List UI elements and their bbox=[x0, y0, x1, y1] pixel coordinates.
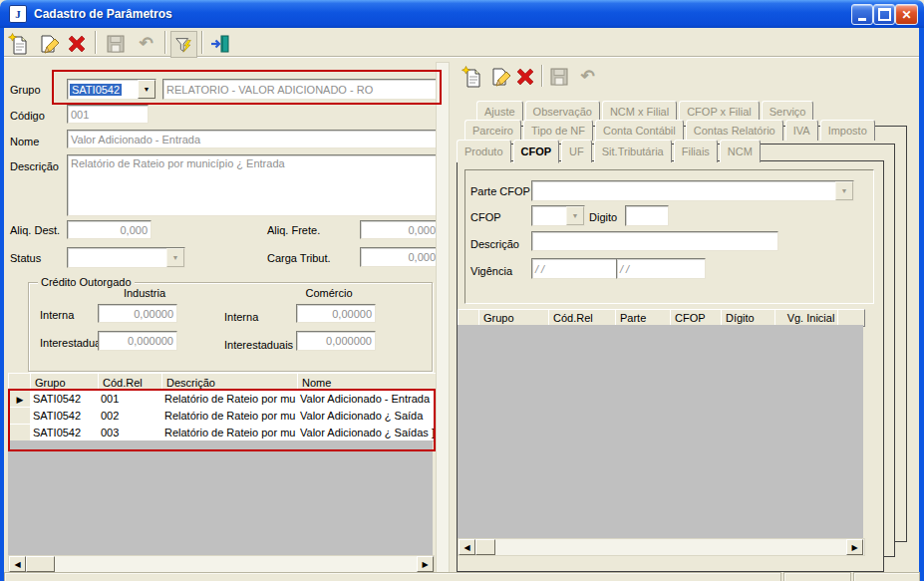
tab-parceiro[interactable]: Parceiro bbox=[464, 120, 521, 141]
delete-record-button[interactable] bbox=[64, 31, 89, 56]
status-value bbox=[68, 248, 166, 267]
tab-produto[interactable]: Produto bbox=[457, 140, 511, 162]
left-grid-cell[interactable]: SATI0542 bbox=[30, 424, 105, 441]
left-panel-vscrollbar[interactable] bbox=[436, 62, 450, 573]
detail-descricao-field[interactable] bbox=[531, 231, 778, 251]
tab-ajuste[interactable]: Ajuste bbox=[476, 101, 523, 121]
grupo-combobox[interactable]: SATI0542 ▼ bbox=[67, 79, 156, 100]
tab-conta-contabil[interactable]: Conta Contábil bbox=[595, 120, 684, 141]
scroll-left-arrow-icon[interactable]: ◀ bbox=[459, 539, 475, 555]
interestaduais-industria-field[interactable]: 0,000000 bbox=[98, 331, 177, 351]
scroll-left-arrow-icon[interactable]: ◀ bbox=[9, 556, 26, 572]
interestaduais-comercio-field[interactable]: 0,000000 bbox=[296, 331, 376, 351]
left-grid-cell[interactable]: Relatório de Rateio por mu bbox=[161, 424, 304, 441]
descricao-label: Descrição bbox=[10, 160, 59, 172]
interna-industria-field[interactable]: 0,00000 bbox=[98, 304, 177, 323]
tab-imposto[interactable]: Imposto bbox=[820, 120, 875, 141]
window-border-right bbox=[919, 28, 924, 581]
tab-row-1: Ajuste Observação NCM x Filial CFOP x Fi… bbox=[476, 101, 813, 120]
interna-industria-label: Interna bbox=[40, 309, 74, 321]
close-button[interactable]: ✕ bbox=[895, 4, 918, 25]
exit-button[interactable] bbox=[207, 31, 232, 56]
scroll-right-arrow-icon[interactable]: ▶ bbox=[417, 556, 434, 572]
left-grid-cell[interactable]: Relatório de Rateio por mu bbox=[161, 407, 304, 425]
tab-observacao[interactable]: Observação bbox=[525, 101, 600, 121]
status-combobox[interactable]: ▼ bbox=[67, 247, 185, 268]
aliq-frete-field[interactable]: 0,000 bbox=[360, 220, 440, 239]
tab-cfop-x-filial[interactable]: CFOP x Filial bbox=[679, 101, 760, 121]
left-grid-cell[interactable]: Relatório de Rateio por mu bbox=[161, 390, 304, 408]
undo-arrow-icon: ↶ bbox=[139, 35, 153, 52]
left-grid-hscrollbar[interactable] bbox=[8, 555, 435, 573]
tab-ncm[interactable]: NCM bbox=[720, 140, 761, 162]
detail-undo-button[interactable]: ↶ bbox=[575, 64, 600, 89]
aliq-dest-field[interactable]: 0,000 bbox=[67, 220, 152, 239]
minimize-icon bbox=[858, 18, 866, 21]
right-grid-hscrollbar[interactable] bbox=[458, 538, 865, 556]
tab-iva[interactable]: IVA bbox=[785, 120, 818, 141]
new-record-button[interactable] bbox=[6, 31, 31, 56]
parte-cfop-value bbox=[532, 181, 835, 200]
aliq-dest-label: Aliq. Dest. bbox=[10, 224, 60, 236]
new-document-icon bbox=[462, 66, 483, 88]
detail-edit-button[interactable] bbox=[487, 64, 512, 89]
detail-save-button[interactable] bbox=[546, 64, 571, 89]
digito-field[interactable] bbox=[625, 205, 669, 226]
statusbar-panel-2 bbox=[783, 572, 851, 581]
detail-new-button[interactable] bbox=[460, 64, 484, 89]
vigencia-final-field[interactable]: / / bbox=[616, 258, 706, 279]
filter-funnel-icon bbox=[174, 35, 194, 55]
codigo-field[interactable]: 001 bbox=[67, 105, 149, 124]
tab-ncm-x-filial[interactable]: NCM x Filial bbox=[602, 101, 677, 121]
tab-contas-relatorio[interactable]: Contas Relatório bbox=[686, 120, 783, 141]
maximize-icon bbox=[878, 8, 891, 21]
left-grid-cell[interactable]: SATI0542 bbox=[30, 407, 105, 425]
left-grid-cell[interactable]: Valor Adicionado ¿ Saída bbox=[297, 407, 440, 425]
grupo-dropdown-arrow-icon[interactable]: ▼ bbox=[138, 80, 155, 99]
cfop-combobox[interactable]: ▼ bbox=[531, 205, 585, 226]
scroll-right-arrow-icon[interactable]: ▶ bbox=[846, 539, 863, 555]
left-grid-cell[interactable]: 003 bbox=[98, 424, 168, 441]
parte-cfop-combobox[interactable]: ▼ bbox=[531, 180, 854, 201]
tab-filiais[interactable]: Filiais bbox=[674, 140, 718, 162]
parte-cfop-label: Parte CFOP bbox=[470, 185, 530, 197]
right-grid-empty-area bbox=[458, 325, 863, 538]
tab-sit-tributaria[interactable]: Sit.Tributária bbox=[594, 140, 672, 162]
delete-x-icon bbox=[514, 66, 536, 88]
cfop-label: CFOP bbox=[470, 211, 501, 223]
cfop-dropdown-arrow-icon: ▼ bbox=[566, 206, 584, 225]
vigencia-inicial-field[interactable]: / / bbox=[531, 258, 621, 279]
edit-record-button[interactable] bbox=[36, 31, 61, 56]
scrollbar-thumb[interactable] bbox=[475, 539, 495, 555]
interna-comercio-label: Interna bbox=[224, 311, 258, 323]
titlebar[interactable]: J Cadastro de Parâmetros bbox=[0, 0, 924, 28]
minimize-button[interactable] bbox=[851, 4, 873, 25]
interestaduais-comercio-label: Interestaduais bbox=[224, 339, 293, 351]
descricao-field[interactable]: Relatório de Rateio por município ¿ Entr… bbox=[67, 154, 440, 216]
comercio-header: Comércio bbox=[297, 287, 361, 299]
carga-tribut-label: Carga Tribut. bbox=[267, 252, 331, 264]
undo-button[interactable]: ↶ bbox=[134, 31, 158, 56]
left-grid-cell[interactable]: SATI0542 bbox=[30, 390, 105, 408]
left-grid-cell[interactable]: Valor Adicionado - Entrada bbox=[297, 390, 440, 408]
nome-field[interactable]: Valor Adicionado - Entrada bbox=[67, 130, 440, 148]
grupo-label: Grupo bbox=[10, 84, 41, 96]
tab-uf[interactable]: UF bbox=[561, 140, 592, 162]
left-grid-cell[interactable]: Valor Adicionado ¿ Saídas ] bbox=[297, 424, 440, 441]
left-grid-cell[interactable]: 001 bbox=[98, 390, 168, 408]
interna-comercio-field[interactable]: 0,00000 bbox=[296, 304, 376, 323]
nome-label: Nome bbox=[10, 136, 39, 147]
status-label: Status bbox=[10, 252, 41, 264]
tab-servico[interactable]: Serviço bbox=[762, 101, 814, 121]
grupo-description-field[interactable]: RELATORIO - VALOR ADICIONADO - RO bbox=[162, 79, 440, 100]
carga-tribut-field[interactable]: 0,000 bbox=[360, 247, 440, 267]
parte-cfop-dropdown-arrow-icon: ▼ bbox=[835, 181, 853, 200]
detail-delete-button[interactable] bbox=[512, 64, 537, 89]
save-record-button[interactable] bbox=[103, 31, 128, 56]
tab-tipo-de-nf[interactable]: Tipo de NF bbox=[523, 120, 593, 141]
left-grid-cell[interactable]: 002 bbox=[98, 407, 168, 425]
filter-button[interactable] bbox=[170, 31, 197, 58]
tab-cfop[interactable]: CFOP bbox=[513, 140, 560, 163]
maximize-button[interactable] bbox=[873, 4, 895, 25]
scrollbar-thumb[interactable] bbox=[26, 556, 55, 572]
